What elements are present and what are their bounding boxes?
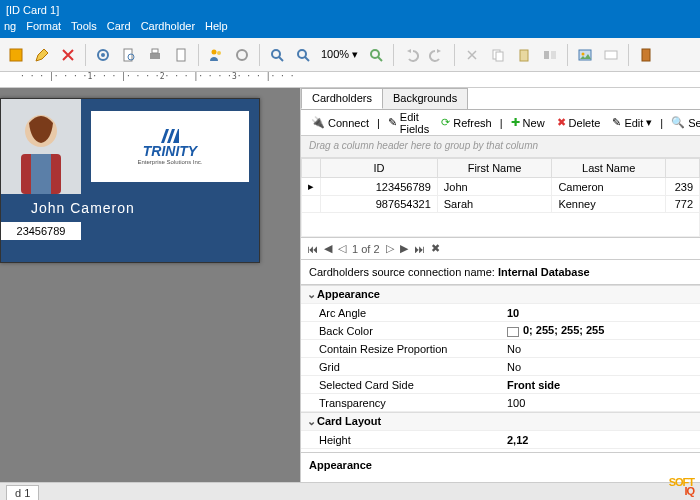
svg-point-8: [212, 49, 217, 54]
paste-icon[interactable]: [512, 43, 536, 67]
delete-icon[interactable]: [56, 43, 80, 67]
svg-rect-21: [605, 51, 617, 59]
card-logo[interactable]: TRINITY Enterprise Solutions Inc.: [91, 111, 249, 182]
svg-point-20: [582, 52, 585, 55]
title-bar: [ID Card 1]: [0, 0, 700, 20]
pager-prevx-icon[interactable]: ◁: [338, 242, 346, 255]
col-id[interactable]: ID: [321, 159, 438, 178]
col-lastname[interactable]: Last Name: [552, 159, 666, 178]
tab-backgrounds[interactable]: Backgrounds: [382, 88, 468, 109]
refresh-button[interactable]: ⟳Refresh: [437, 114, 496, 131]
delete-button[interactable]: ✖Delete: [553, 114, 605, 131]
id-card[interactable]: TRINITY Enterprise Solutions Inc. John C…: [0, 98, 260, 263]
svg-rect-16: [520, 50, 528, 61]
zoom-in-icon[interactable]: [265, 43, 289, 67]
copy-icon[interactable]: [486, 43, 510, 67]
menu-item[interactable]: ng: [4, 20, 16, 38]
card-name-field[interactable]: John Cameron: [1, 194, 259, 222]
pencil-icon[interactable]: [30, 43, 54, 67]
card-icon[interactable]: [599, 43, 623, 67]
pager-first-icon[interactable]: ⏮: [307, 243, 318, 255]
menu-item[interactable]: Help: [205, 20, 228, 38]
svg-rect-17: [544, 51, 549, 59]
connect-button[interactable]: 🔌Connect: [307, 114, 373, 131]
pager-text: 1 of 2: [352, 243, 380, 255]
source-name-row: Cardholders source connection name: Inte…: [301, 260, 700, 285]
design-canvas[interactable]: TRINITY Enterprise Solutions Inc. John C…: [0, 88, 300, 482]
gear-doc-icon[interactable]: [117, 43, 141, 67]
edit-button[interactable]: ✎Edit ▾: [608, 114, 656, 131]
document-tab[interactable]: d 1: [6, 485, 39, 500]
pager-next-icon[interactable]: ▶: [400, 242, 408, 255]
tool-icon[interactable]: [4, 43, 28, 67]
svg-point-12: [298, 50, 306, 58]
zoom-fit-icon[interactable]: [364, 43, 388, 67]
menu-bar: ng Format Tools Card Cardholder Help: [0, 20, 700, 38]
status-bar: d 1: [0, 482, 700, 500]
logo-text: TRINITY: [143, 143, 197, 159]
svg-rect-15: [496, 52, 503, 61]
db-toolbar: 🔌Connect| ✎Edit Fields ⟳Refresh| ✚New ✖D…: [301, 110, 700, 136]
svg-rect-22: [642, 49, 650, 61]
gear-icon[interactable]: [91, 43, 115, 67]
svg-point-10: [237, 50, 247, 60]
redo-icon[interactable]: [425, 43, 449, 67]
print-icon[interactable]: [143, 43, 167, 67]
image-icon[interactable]: [573, 43, 597, 67]
table-row[interactable]: 987654321 Sarah Kenney 772: [302, 196, 700, 213]
svg-rect-18: [551, 51, 556, 59]
svg-rect-5: [150, 53, 160, 59]
right-panel: Cardholders Backgrounds 🔌Connect| ✎Edit …: [300, 88, 700, 482]
menu-item[interactable]: Card: [107, 20, 131, 38]
property-grid[interactable]: ⌄Appearance Arc Angle10 Back Color0; 255…: [301, 285, 700, 452]
grid-pager[interactable]: ⏮ ◀ ◁ 1 of 2 ▷ ▶ ⏭ ✖: [301, 238, 700, 260]
zoom-combo[interactable]: 100% ▾: [317, 48, 362, 61]
users-icon[interactable]: [204, 43, 228, 67]
svg-rect-7: [177, 49, 185, 61]
group-by-area[interactable]: Drag a column header here to group by th…: [301, 136, 700, 158]
svg-point-9: [217, 51, 221, 55]
svg-rect-6: [152, 49, 158, 53]
menu-item[interactable]: Tools: [71, 20, 97, 38]
search-button[interactable]: 🔍Search: [667, 114, 700, 131]
pager-prev-icon[interactable]: ◀: [324, 242, 332, 255]
svg-point-2: [101, 53, 105, 57]
source-name-value: Internal Database: [498, 266, 590, 278]
menu-item[interactable]: Format: [26, 20, 61, 38]
svg-rect-0: [10, 49, 22, 61]
exit-icon[interactable]: [634, 43, 658, 67]
swirl-icon[interactable]: [230, 43, 254, 67]
undo-icon[interactable]: [399, 43, 423, 67]
pager-last-icon[interactable]: ⏭: [414, 243, 425, 255]
pager-stop-icon[interactable]: ✖: [431, 242, 440, 255]
flip-icon[interactable]: [538, 43, 562, 67]
card-id-field[interactable]: 23456789: [1, 222, 81, 240]
property-description: Appearance: [301, 452, 700, 482]
col-ext[interactable]: [666, 159, 700, 178]
horizontal-ruler: · · · |· · · ·1· · · |· · · ·2· · · |· ·…: [0, 72, 700, 88]
col-firstname[interactable]: First Name: [437, 159, 552, 178]
svg-rect-26: [31, 154, 51, 194]
svg-rect-3: [124, 49, 132, 61]
menu-item[interactable]: Cardholder: [141, 20, 195, 38]
zoom-out-icon[interactable]: [291, 43, 315, 67]
cut-icon[interactable]: [460, 43, 484, 67]
watermark: SOFT IQ: [669, 478, 694, 496]
document-icon[interactable]: [169, 43, 193, 67]
tab-cardholders[interactable]: Cardholders: [301, 88, 383, 109]
main-toolbar: 100% ▾: [0, 38, 700, 72]
svg-point-13: [371, 50, 379, 58]
card-photo[interactable]: [1, 99, 81, 194]
edit-fields-button[interactable]: ✎Edit Fields: [384, 109, 433, 137]
panel-tabs: Cardholders Backgrounds: [301, 88, 700, 110]
cardholders-grid[interactable]: ID First Name Last Name ▸ 123456789 John…: [301, 158, 700, 238]
col-selector[interactable]: [302, 159, 321, 178]
pager-nextx-icon[interactable]: ▷: [386, 242, 394, 255]
new-button[interactable]: ✚New: [507, 114, 549, 131]
svg-point-11: [272, 50, 280, 58]
logo-subtitle: Enterprise Solutions Inc.: [137, 159, 202, 165]
table-row[interactable]: ▸ 123456789 John Cameron 239: [302, 178, 700, 196]
